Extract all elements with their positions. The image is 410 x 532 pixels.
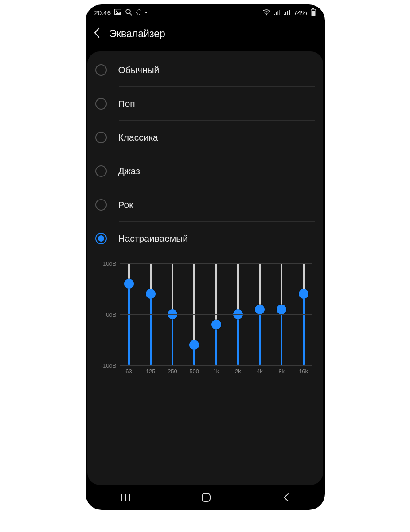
wifi-icon: +: [262, 9, 270, 16]
preset-row-1[interactable]: Поп: [87, 87, 323, 121]
preset-row-4[interactable]: Рок: [87, 188, 323, 222]
svg-rect-10: [279, 10, 280, 15]
preset-row-2[interactable]: Классика: [87, 121, 323, 154]
eq-track-upper: [259, 263, 261, 309]
eq-track-lower: [172, 314, 173, 365]
eq-track-lower: [128, 284, 130, 365]
svg-rect-12: [285, 12, 286, 15]
svg-point-4: [137, 9, 141, 14]
equalizer-panel: 10dB0dB-10dB 631252505001k2k4k8k16k: [98, 263, 312, 375]
eq-gridline: [120, 365, 312, 366]
eq-track-lower: [215, 325, 217, 365]
eq-gridline: [120, 263, 312, 264]
eq-track-upper: [215, 263, 217, 325]
eq-track-upper: [281, 263, 282, 309]
eq-thumb[interactable]: [146, 289, 156, 299]
svg-rect-9: [277, 11, 278, 15]
eq-thumb[interactable]: [277, 305, 286, 314]
header: Эквалайзер: [86, 20, 325, 47]
preset-row-0[interactable]: Обычный: [87, 53, 323, 87]
eq-track-lower: [259, 309, 261, 366]
preset-label: Классика: [118, 132, 158, 143]
chevron-left-icon: [94, 27, 100, 38]
preset-label: Поп: [118, 98, 135, 109]
back-nav-button[interactable]: [282, 493, 289, 502]
eq-track-lower: [237, 314, 239, 365]
preset-radio[interactable]: [95, 64, 107, 76]
preset-radio[interactable]: [95, 98, 107, 110]
svg-rect-21: [202, 493, 210, 501]
svg-point-5: [266, 14, 267, 15]
signal-icon-1: [274, 10, 280, 15]
svg-text:+: +: [269, 10, 270, 12]
svg-rect-11: [284, 14, 285, 15]
svg-rect-17: [312, 11, 315, 16]
eq-x-axis: 631252505001k2k4k8k16k: [120, 365, 312, 375]
preset-list: ОбычныйПопКлассикаДжазРокНастраиваемый: [87, 53, 323, 255]
eq-x-tick: 2k: [233, 368, 243, 375]
preset-row-5[interactable]: Настраиваемый: [87, 222, 323, 255]
back-button[interactable]: [94, 27, 100, 40]
eq-y-tick: -10dB: [101, 362, 117, 369]
eq-thumb[interactable]: [124, 279, 134, 289]
svg-rect-13: [287, 11, 288, 15]
equalizer-grid: 10dB0dB-10dB: [98, 263, 312, 365]
preset-label: Обычный: [118, 65, 160, 75]
eq-x-tick: 250: [167, 368, 178, 375]
statusbar-battery-text: 74%: [293, 9, 307, 16]
eq-x-tick: 1k: [211, 368, 222, 375]
eq-thumb[interactable]: [211, 320, 221, 329]
eq-track-lower: [150, 294, 152, 365]
preset-radio[interactable]: [95, 199, 107, 211]
preset-radio[interactable]: [95, 132, 107, 143]
statusbar-right: + 74%: [262, 8, 316, 16]
home-button[interactable]: [201, 492, 211, 503]
eq-x-tick: 125: [145, 368, 156, 375]
eq-x-tick: 63: [124, 368, 134, 375]
eq-track-upper: [172, 263, 173, 314]
statusbar-left: 20:46: [94, 8, 148, 17]
signal-icon-2: [284, 10, 290, 15]
eq-thumb[interactable]: [255, 305, 265, 314]
eq-y-tick: 10dB: [103, 260, 116, 267]
notification-dot-icon: [145, 12, 147, 13]
statusbar: 20:46 + 74%: [86, 4, 325, 20]
eq-gridline: [120, 314, 312, 315]
eq-track-lower: [281, 309, 282, 366]
image-icon: [114, 9, 121, 16]
recents-button[interactable]: [121, 493, 130, 501]
svg-line-3: [130, 13, 132, 15]
battery-icon: [311, 8, 316, 16]
svg-rect-14: [289, 10, 290, 15]
eq-x-tick: 4k: [254, 368, 265, 375]
eq-thumb[interactable]: [299, 289, 308, 299]
eq-track-lower: [303, 294, 305, 365]
loading-icon: [136, 9, 142, 16]
svg-point-1: [116, 10, 117, 12]
preset-row-3[interactable]: Джаз: [87, 154, 323, 188]
preset-label: Настраиваемый: [118, 233, 188, 244]
preset-radio[interactable]: [95, 233, 107, 244]
page-title: Эквалайзер: [109, 28, 165, 40]
statusbar-time: 20:46: [94, 9, 111, 16]
eq-plot: [120, 263, 312, 365]
eq-y-axis: 10dB0dB-10dB: [98, 263, 120, 365]
preset-radio[interactable]: [95, 165, 107, 177]
eq-x-tick: 8k: [276, 368, 287, 375]
system-navbar: [86, 485, 325, 510]
preset-label: Рок: [118, 200, 133, 210]
eq-track-upper: [193, 263, 195, 345]
phone-frame: 20:46 + 74%: [86, 4, 325, 510]
search-icon: [125, 8, 132, 17]
preset-label: Джаз: [118, 166, 140, 176]
eq-x-tick: 500: [189, 368, 199, 375]
svg-rect-8: [276, 12, 277, 15]
eq-x-tick: 16k: [298, 368, 309, 375]
settings-card: ОбычныйПопКлассикаДжазРокНастраиваемый 1…: [87, 51, 323, 485]
eq-y-tick: 0dB: [106, 311, 116, 318]
svg-rect-7: [274, 14, 275, 15]
eq-thumb[interactable]: [189, 340, 199, 350]
eq-track-upper: [237, 263, 239, 314]
